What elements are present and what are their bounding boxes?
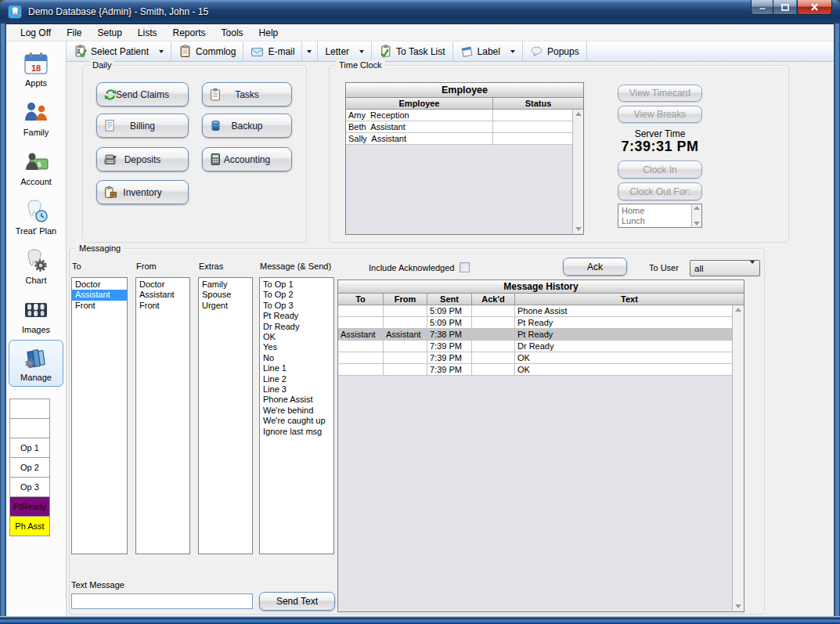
column-header-ackd[interactable]: Ack'd [472, 294, 515, 305]
list-item[interactable]: Yes [260, 342, 333, 352]
list-item[interactable]: Urgent [199, 301, 252, 311]
menu-file[interactable]: File [59, 25, 89, 41]
close-button[interactable] [797, 0, 832, 15]
list-item[interactable]: To Op 1 [260, 280, 333, 290]
scroll-down-icon[interactable] [735, 604, 741, 608]
history-row[interactable]: 7:39 PM OK [338, 352, 734, 364]
email-dropdown-button[interactable] [301, 41, 318, 61]
to-user-dropdown[interactable]: all [690, 260, 760, 276]
select-patient-button[interactable]: Select Patient [67, 41, 171, 61]
list-item[interactable]: Lunch [618, 216, 701, 226]
scroll-up-icon[interactable] [575, 112, 582, 116]
history-row-selected[interactable]: Assistant Assistant 7:38 PM Pt Ready [338, 329, 734, 341]
op-button-op3[interactable]: Op 3 [9, 477, 50, 497]
view-timecard-button[interactable]: View Timecard [618, 85, 702, 102]
column-header-status[interactable]: Status [493, 98, 583, 109]
list-item[interactable]: Line 2 [260, 374, 333, 384]
history-row[interactable]: 5:09 PM Pt Ready [338, 317, 734, 329]
text-message-input[interactable] [71, 593, 253, 609]
list-item[interactable]: We're behind [260, 406, 333, 416]
billing-button[interactable]: Billing [96, 114, 189, 138]
to-task-list-button[interactable]: To Task List [372, 41, 452, 61]
column-header-employee[interactable]: Employee [346, 98, 493, 109]
commlog-button[interactable]: Commlog [171, 41, 243, 61]
op-button-blank-1[interactable] [9, 399, 50, 419]
list-item[interactable]: Doctor [136, 280, 189, 290]
sidebar-item-images[interactable]: Images [6, 290, 66, 340]
menu-setup[interactable]: Setup [89, 25, 129, 41]
sidebar-item-chart[interactable]: Chart [6, 241, 66, 290]
backup-button[interactable]: Backup [202, 114, 292, 138]
history-row[interactable]: 7:39 PM OK [338, 364, 734, 376]
sidebar-item-family[interactable]: Family [6, 93, 66, 142]
column-header-to[interactable]: To [338, 294, 384, 305]
sidebar-item-manage[interactable]: Manage [9, 340, 63, 387]
history-row[interactable]: 7:39 PM Dr Ready [338, 341, 734, 352]
op-button-blank-2[interactable] [9, 418, 50, 438]
clock-out-for-button[interactable]: Clock Out For: [618, 182, 702, 200]
employee-row[interactable]: Amy Reception [346, 110, 574, 121]
list-item[interactable]: Assistant [136, 290, 189, 300]
list-item[interactable]: Line 1 [260, 363, 333, 373]
deposits-button[interactable]: Deposits [96, 147, 189, 171]
scroll-up-icon[interactable] [735, 308, 741, 312]
menu-reports[interactable]: Reports [165, 25, 214, 41]
maximize-button[interactable] [773, 0, 796, 15]
list-item[interactable]: To Op 2 [260, 290, 333, 300]
letter-button[interactable]: Letter [318, 41, 372, 61]
minimize-button[interactable] [751, 0, 773, 15]
op-button-op2[interactable]: Op 2 [9, 457, 50, 478]
op-button-ptready[interactable]: PtReady [9, 496, 50, 517]
list-item[interactable]: Line 3 [260, 384, 333, 395]
scroll-down-icon[interactable] [575, 227, 582, 231]
message-history-scrollbar[interactable] [732, 305, 744, 611]
sidebar-item-appts[interactable]: 18 Appts [6, 44, 66, 93]
sidebar-item-account[interactable]: $ Account [6, 142, 66, 192]
history-row[interactable]: 5:09 PM Phone Assist [338, 305, 734, 317]
inventory-button[interactable]: Inventory [96, 180, 189, 204]
from-list[interactable]: Doctor Assistant Front [135, 277, 190, 554]
list-item[interactable]: No [260, 353, 333, 363]
scroll-up-icon[interactable] [694, 206, 700, 210]
list-item[interactable]: Family [199, 280, 252, 290]
employee-row[interactable]: Sally Assistant [346, 133, 574, 145]
column-header-sent[interactable]: Sent [427, 294, 472, 305]
column-header-from[interactable]: From [384, 294, 427, 305]
list-item[interactable]: To Op 3 [260, 301, 333, 311]
extras-list[interactable]: Family Spouse Urgent [198, 277, 253, 554]
clock-in-button[interactable]: Clock In [618, 161, 702, 179]
popups-button[interactable]: Popups [523, 41, 587, 61]
list-item[interactable]: Doctor [72, 280, 127, 290]
list-item[interactable]: We're caught up [260, 416, 333, 426]
email-button[interactable]: E-mail [243, 41, 302, 61]
ack-button[interactable]: Ack [563, 258, 627, 276]
list-item[interactable]: Front [136, 301, 189, 311]
list-item[interactable]: Home [618, 206, 701, 216]
menu-tools[interactable]: Tools [214, 25, 251, 41]
include-acknowledged-checkbox[interactable] [460, 262, 470, 272]
message-send-list[interactable]: To Op 1 To Op 2 To Op 3 Pt Ready Dr Read… [259, 277, 334, 554]
list-item[interactable]: Dr Ready [260, 322, 333, 332]
menu-help[interactable]: Help [251, 25, 287, 41]
column-header-text[interactable]: Text [515, 294, 744, 305]
list-item[interactable]: Pt Ready [260, 311, 333, 321]
clock-out-list-scrollbar[interactable] [691, 204, 701, 227]
employee-row[interactable]: Beth Assistant [346, 121, 574, 133]
menu-lists[interactable]: Lists [130, 25, 165, 41]
clock-out-options-list[interactable]: Home Lunch [618, 204, 702, 228]
list-item[interactable]: Ignore last msg [260, 427, 333, 437]
list-item[interactable]: Spouse [199, 290, 252, 300]
list-item-selected[interactable]: Assistant [72, 290, 127, 300]
scroll-down-icon[interactable] [694, 222, 700, 225]
send-claims-button[interactable]: Send Claims [96, 82, 189, 106]
label-button[interactable]: Label [453, 41, 523, 61]
tasks-button[interactable]: Tasks [202, 82, 292, 106]
sidebar-item-treat-plan[interactable]: Treat' Plan [6, 192, 66, 241]
list-item[interactable]: Phone Assist [260, 395, 333, 405]
op-button-phasst[interactable]: Ph Asst [9, 516, 50, 536]
view-breaks-button[interactable]: View Breaks [618, 106, 702, 123]
send-text-button[interactable]: Send Text [259, 592, 335, 611]
accounting-button[interactable]: Accounting [202, 147, 292, 171]
menu-log-off[interactable]: Log Off [13, 25, 59, 41]
to-list[interactable]: Doctor Assistant Front [71, 277, 128, 554]
